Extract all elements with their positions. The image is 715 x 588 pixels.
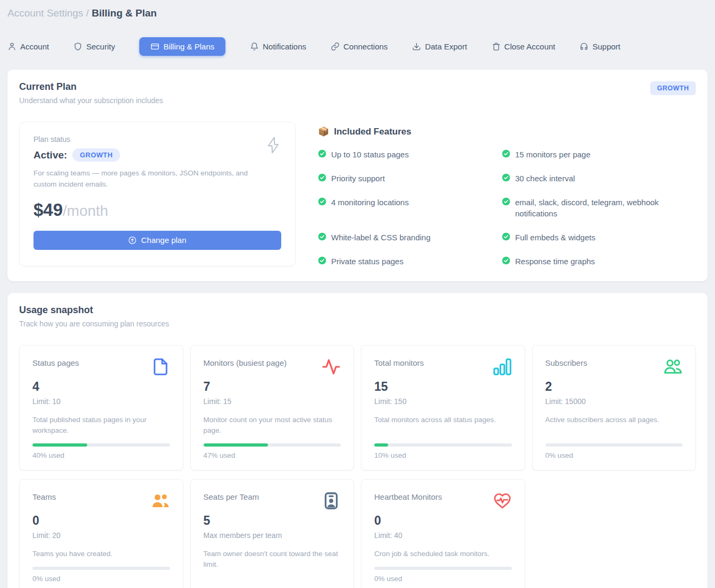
usage-progress-track (374, 443, 512, 447)
page-title: Billing & Plan (91, 7, 156, 19)
tab-notifications[interactable]: Notifications (250, 37, 306, 56)
plan-price: $49/month (33, 200, 281, 220)
usage-progress-track (545, 443, 683, 447)
usage-progress-track (32, 567, 170, 570)
usage-progress-fill (32, 443, 87, 447)
tab-data-export[interactable]: Data Export (412, 37, 467, 56)
usage-percent-label: 0% used (545, 451, 683, 459)
usage-description: Monitor count on your most active status… (204, 415, 341, 436)
usage-limit: Limit: 10 (32, 397, 170, 406)
feature-item: Priority support (318, 173, 488, 184)
change-plan-label: Change plan (141, 236, 186, 245)
link-icon (331, 42, 340, 51)
check-circle-icon (318, 197, 326, 206)
usage-progress-track (32, 443, 170, 447)
usage-description: Team owner doesn't count toward the seat… (204, 549, 341, 583)
usage-progress-track (204, 443, 341, 447)
usage-progress-track (374, 567, 512, 570)
usage-progress-fill (374, 443, 388, 447)
file-icon (151, 357, 170, 379)
tab-close-account[interactable]: Close Account (492, 37, 556, 56)
change-plan-button[interactable]: Change plan (33, 231, 281, 250)
usage-description: Teams you have created. (32, 549, 170, 559)
tab-label: Data Export (425, 42, 467, 51)
feature-label: Up to 10 status pages (331, 149, 409, 161)
plan-status-label: Plan status (33, 135, 281, 144)
breadcrumb-section[interactable]: Account Settings / (7, 7, 89, 19)
usage-value: 15 (374, 380, 512, 394)
tab-label: Close Account (504, 42, 556, 51)
included-features: 📦 Included Features Up to 10 status page… (318, 122, 696, 267)
plan-active-text: Active: (33, 149, 67, 161)
check-circle-icon (502, 149, 510, 158)
usage-percent-label: 47% used (204, 451, 341, 459)
usage-value: 7 (204, 380, 341, 394)
check-circle-icon (318, 232, 326, 241)
arrow-up-circle-icon (128, 236, 137, 245)
plan-status-card: Plan status Active: GROWTH For scaling t… (19, 122, 296, 266)
bar-chart-icon (493, 357, 512, 379)
tab-label: Connections (343, 42, 388, 51)
usage-limit: Limit: 20 (32, 531, 170, 540)
usage-snapshot-panel: Usage snapshot Track how you are consumi… (7, 293, 708, 588)
tab-label: Billing & Plans (163, 42, 214, 51)
usage-value: 5 (204, 514, 341, 528)
package-icon: 📦 (318, 126, 329, 137)
feature-label: Full embeds & widgets (515, 232, 595, 243)
usage-value: 4 (32, 380, 170, 394)
usage-value: 0 (374, 514, 512, 528)
tab-account[interactable]: Account (7, 37, 49, 56)
usage-card-title: Heartbeat Monitors (374, 491, 442, 501)
download-icon (412, 42, 421, 51)
current-plan-subtitle: Understand what your subscription includ… (19, 96, 163, 105)
heart-pulse-icon (493, 491, 512, 513)
usage-value: 2 (545, 380, 683, 394)
feature-item: 30 check interval (502, 173, 672, 184)
feature-label: email, slack, discord, telegram, webhook… (515, 197, 672, 220)
feature-label: Private status pages (331, 256, 403, 267)
plan-growth-pill: GROWTH (72, 148, 120, 162)
feature-label: 4 monitoring locations (331, 197, 409, 208)
feature-item: Full embeds & widgets (502, 232, 672, 243)
usage-card-status-pages: Status pages 4 Limit: 10 Total published… (19, 345, 183, 471)
tab-security[interactable]: Security (73, 37, 115, 56)
feature-item: email, slack, discord, telegram, webhook… (502, 197, 672, 220)
usage-percent-label: 40% used (32, 451, 170, 459)
feature-item: 4 monitoring locations (318, 197, 488, 220)
feature-item: Response time graphs (502, 256, 672, 267)
settings-tabbar: AccountSecurityBilling & PlansNotificati… (0, 37, 715, 56)
activity-icon (322, 357, 341, 379)
bell-icon (250, 42, 259, 51)
usage-subtitle: Track how you are consuming plan resourc… (19, 320, 169, 328)
feature-label: 30 check interval (515, 173, 575, 184)
breadcrumb: Account Settings / Billing & Plan (0, 0, 715, 19)
credit-card-icon (150, 42, 159, 51)
usage-card-total-monitors: Total monitors 15 Limit: 150 Total monit… (361, 345, 525, 471)
usage-card-monitors-busiest-page: Monitors (busiest page) 7 Limit: 15 Moni… (190, 345, 355, 471)
tab-label: Security (86, 42, 115, 51)
usage-progress-fill (204, 443, 268, 447)
check-circle-icon (318, 256, 326, 265)
usage-limit: Limit: 150 (374, 397, 512, 406)
usage-card-title: Monitors (busiest page) (204, 357, 287, 367)
usage-value: 0 (32, 514, 170, 528)
feature-label: Response time graphs (515, 256, 595, 267)
tab-connections[interactable]: Connections (331, 37, 388, 56)
tab-support[interactable]: Support (579, 37, 620, 56)
tab-billing-plans[interactable]: Billing & Plans (139, 37, 225, 56)
check-circle-icon (502, 232, 510, 241)
check-circle-icon (318, 173, 326, 182)
usage-card-seats-per-team: Seats per Team 5 Max members per team Te… (190, 479, 355, 588)
feature-item: Up to 10 status pages (318, 149, 488, 161)
feature-label: Priority support (331, 173, 385, 184)
check-circle-icon (502, 173, 510, 182)
id-badge-icon (322, 491, 341, 513)
price-period: /month (63, 203, 108, 219)
usage-description: Active subscribers across all pages. (545, 415, 683, 436)
usage-card-title: Seats per Team (204, 491, 259, 501)
plan-description: For scaling teams — more pages & monitor… (33, 168, 251, 190)
usage-card-heartbeat-monitors: Heartbeat Monitors 0 Limit: 40 Cron job … (361, 479, 525, 588)
headset-icon (579, 42, 588, 51)
lightning-bolt-icon (265, 136, 281, 156)
usage-limit: Limit: 15000 (545, 397, 683, 406)
